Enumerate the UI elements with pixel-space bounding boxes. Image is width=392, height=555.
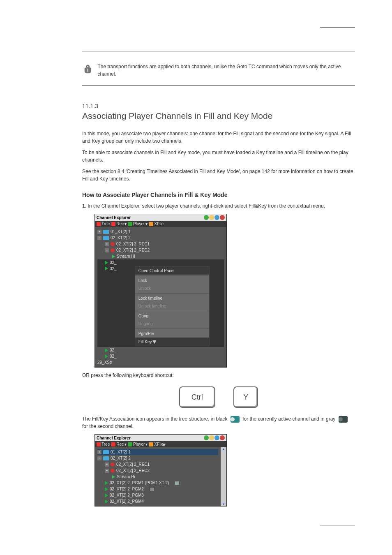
folder-icon xyxy=(103,456,109,460)
ctx-unlock: Unlock xyxy=(135,284,209,292)
tree-node[interactable]: 02_ xyxy=(110,348,117,352)
para-intro3: See the section 8.4 'Creating Timelines … xyxy=(82,168,355,183)
screenshot-channel-explorer-contextmenu: Channel Explorer Tree Rec▾ Player▾ XFile… xyxy=(82,214,355,368)
step1: 1. In the Channel Explorer, select two p… xyxy=(82,202,355,210)
tb-tree[interactable]: Tree xyxy=(97,442,110,446)
ce-window-controls xyxy=(204,435,225,440)
key-y: Y xyxy=(233,386,258,408)
rec-icon xyxy=(111,248,115,252)
tb-rec[interactable]: Rec▾ xyxy=(111,442,127,446)
player-icon xyxy=(105,354,108,358)
player-icon xyxy=(105,481,108,485)
tree-node[interactable]: 02_XT[2] 2_PGM1 (PGM1 XT 2) xyxy=(110,481,169,485)
scroll-up-icon[interactable]: ▲ xyxy=(221,447,226,451)
arrow-icon xyxy=(112,255,115,258)
note-text: The transport functions are applied to b… xyxy=(97,63,355,78)
ctx-open-panel[interactable]: Open Control Panel xyxy=(135,267,209,275)
expand-icon[interactable]: − xyxy=(105,248,109,252)
footer-rule xyxy=(320,525,355,525)
tb-rec[interactable]: Rec▾ xyxy=(111,222,127,226)
tb-player[interactable]: Player▾ xyxy=(128,222,148,226)
rec-icon xyxy=(111,242,115,246)
folder-icon xyxy=(103,236,109,240)
section-number: 11.1.3 xyxy=(82,103,355,109)
arrow-icon xyxy=(112,475,115,479)
tb-xfile[interactable]: XFile xyxy=(149,222,164,226)
tree-node[interactable]: 02_ xyxy=(110,266,117,271)
expand-icon[interactable]: + xyxy=(105,242,109,246)
section-title: Associating Player Channels in Fill and … xyxy=(82,111,355,121)
tree-node[interactable]: 02_XT[2] 2 xyxy=(111,236,131,240)
ce-window-title: Channel Explorer xyxy=(97,215,131,220)
tree-node[interactable]: 02_XT[2] 2_REC2 xyxy=(116,468,150,473)
fillkey-key-icon xyxy=(150,487,154,491)
tb-tree[interactable]: Tree xyxy=(97,222,110,226)
tb-xfile[interactable]: XFile xyxy=(149,442,164,446)
tree-node[interactable]: 02_XT[2] 2_PGM4 xyxy=(110,499,144,504)
ctx-lock-timeline[interactable]: Lock timeline xyxy=(135,294,209,302)
folder-icon xyxy=(103,230,109,234)
ctx-unlock-timeline: Unlock timeline xyxy=(135,302,209,310)
fillkey-inactive-icon xyxy=(339,416,348,423)
result-text: The Fill/Key Association icon appears in… xyxy=(82,415,355,430)
ce-window-controls xyxy=(204,215,225,220)
top-rule xyxy=(82,51,355,51)
fillkey-active-icon xyxy=(231,416,240,423)
tree-node[interactable]: 02_XT[2] 2_REC1 xyxy=(116,242,150,246)
expand-icon[interactable]: + xyxy=(105,462,109,467)
fillkey-fill-icon xyxy=(175,481,180,485)
ctx-lock[interactable]: Lock xyxy=(135,277,209,284)
player-icon xyxy=(105,500,108,504)
para-intro: In this mode, you associate two player c… xyxy=(82,130,355,145)
screenshot-channel-explorer-result: Channel Explorer Tree Rec▾ Player▾ XFile… xyxy=(82,434,355,506)
player-icon xyxy=(105,261,108,265)
vertical-scrollbar[interactable]: ▲ ▼ xyxy=(221,447,226,506)
header-rule xyxy=(320,27,355,28)
ctx-gang[interactable]: Gang xyxy=(135,312,209,320)
player-icon xyxy=(105,487,108,491)
scroll-down-icon[interactable]: ▼ xyxy=(221,502,226,506)
tree-node[interactable]: 02_XT[2] 2_REC1 xyxy=(116,462,150,467)
expand-icon[interactable]: − xyxy=(105,469,109,473)
tree-node[interactable]: 01_XT[2] 1 xyxy=(111,450,131,454)
expand-icon[interactable]: − xyxy=(97,456,101,460)
tree-node[interactable]: 02_XT[2] 2_REC2 xyxy=(116,248,150,252)
tree-node[interactable]: 02_XT[2] 2_PGM3 xyxy=(110,493,144,497)
or-text: OR press the following keyboard shortcut… xyxy=(82,372,355,379)
tree-node[interactable]: 02_XT[2] 2 xyxy=(111,456,131,460)
cursor-icon xyxy=(153,339,158,344)
note-icon xyxy=(82,64,93,75)
player-icon xyxy=(105,266,108,271)
tree-node[interactable]: 01_XT[2] 1 xyxy=(111,229,131,234)
tree-node[interactable]: Stream Hi xyxy=(117,254,135,259)
context-menu: Open Control Panel Lock Unlock Lock time… xyxy=(135,266,210,346)
tree-node[interactable]: Stream Hi xyxy=(117,474,135,479)
ctx-ungang: Ungang xyxy=(135,320,209,328)
tree-node[interactable]: 02_ xyxy=(110,354,117,358)
para-intro2: To be able to associate channels in Fill… xyxy=(82,149,355,164)
expand-icon[interactable]: + xyxy=(97,230,101,234)
ctx-pgmprv[interactable]: Pgm/Prv xyxy=(135,330,209,338)
rec-icon xyxy=(111,462,115,467)
folder-icon xyxy=(103,450,109,454)
expand-icon[interactable]: − xyxy=(97,236,101,240)
player-icon xyxy=(105,348,108,352)
svg-rect-1 xyxy=(88,69,88,72)
tb-player[interactable]: Player▾ xyxy=(128,442,148,446)
howto-head: How to Associate Player Channels in Fill… xyxy=(82,192,355,198)
rec-icon xyxy=(111,469,115,473)
tree-node[interactable]: 29_XStr xyxy=(97,360,112,365)
key-ctrl: Ctrl xyxy=(179,386,215,408)
ce-window-title: Channel Explorer xyxy=(97,436,131,440)
player-icon xyxy=(105,493,108,497)
ctx-fillkey[interactable]: Fill Key xyxy=(135,338,209,346)
svg-point-0 xyxy=(87,66,88,67)
expand-icon[interactable]: + xyxy=(97,450,101,454)
tree-node[interactable]: 02_ xyxy=(110,260,117,265)
tree-node[interactable]: 02_XT[2] 2_PGM2 xyxy=(110,487,144,491)
